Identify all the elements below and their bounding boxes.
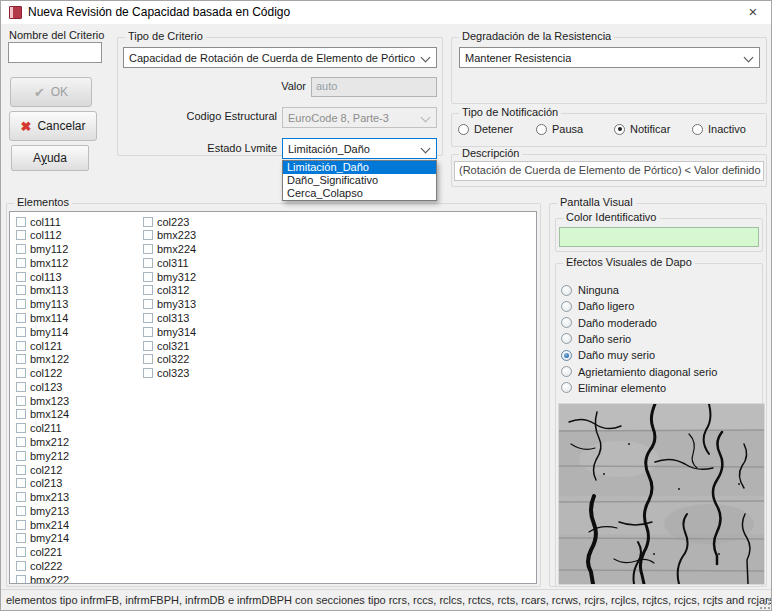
element-row[interactable]: col223 bbox=[143, 215, 189, 228]
checkbox-icon[interactable] bbox=[16, 520, 26, 530]
notificacion-radio[interactable]: Notificar bbox=[614, 123, 670, 135]
estado-option[interactable]: Limitación_Daño bbox=[283, 161, 436, 174]
element-row[interactable]: col221 bbox=[16, 546, 62, 559]
notificacion-radio[interactable]: Detener bbox=[458, 123, 513, 135]
efecto-radio[interactable]: Ninguna bbox=[561, 283, 619, 297]
element-row[interactable]: bmx223 bbox=[143, 229, 196, 242]
element-row[interactable]: bmx122 bbox=[16, 353, 69, 366]
element-row[interactable]: col212 bbox=[16, 463, 62, 476]
resize-grip-icon[interactable] bbox=[768, 607, 770, 609]
estado-limite-select[interactable]: Limitación_Daño bbox=[282, 138, 437, 159]
element-row[interactable]: col321 bbox=[143, 339, 189, 352]
degradacion-select[interactable]: Mantener Resistencia bbox=[459, 47, 760, 68]
element-row[interactable]: bmx224 bbox=[143, 243, 196, 256]
element-row[interactable]: col312 bbox=[143, 284, 189, 297]
efecto-radio[interactable]: Agrietamiento diagonal serio bbox=[561, 365, 717, 379]
checkbox-icon[interactable] bbox=[16, 327, 26, 337]
checkbox-icon[interactable] bbox=[16, 437, 26, 447]
checkbox-icon[interactable] bbox=[16, 409, 26, 419]
efecto-radio[interactable]: Daño ligero bbox=[561, 299, 634, 313]
checkbox-icon[interactable] bbox=[143, 313, 153, 323]
element-row[interactable]: bmx222 bbox=[16, 573, 69, 584]
element-row[interactable]: col213 bbox=[16, 477, 62, 490]
checkbox-icon[interactable] bbox=[16, 506, 26, 516]
element-row[interactable]: bmy113 bbox=[16, 298, 68, 311]
checkbox-icon[interactable] bbox=[16, 299, 26, 309]
checkbox-icon[interactable] bbox=[143, 258, 153, 268]
checkbox-icon[interactable] bbox=[16, 313, 26, 323]
efecto-radio[interactable]: Eliminar elemento bbox=[561, 381, 666, 395]
checkbox-icon[interactable] bbox=[143, 327, 153, 337]
cancel-button[interactable]: ✖ Cancelar bbox=[9, 111, 97, 141]
element-row[interactable]: col112 bbox=[16, 229, 62, 242]
element-row[interactable]: col121 bbox=[16, 339, 62, 352]
element-row[interactable]: bmx114 bbox=[16, 311, 68, 324]
checkbox-icon[interactable] bbox=[143, 354, 153, 364]
element-row[interactable]: bmy213 bbox=[16, 504, 69, 517]
element-row[interactable]: bmx124 bbox=[16, 408, 69, 421]
checkbox-icon[interactable] bbox=[16, 354, 26, 364]
element-row[interactable]: bmy214 bbox=[16, 532, 69, 545]
notificacion-radio[interactable]: Inactivo bbox=[692, 123, 746, 135]
element-row[interactable]: col222 bbox=[16, 560, 62, 573]
tipo-criterio-select[interactable]: Capacidad de Rotación de Cuerda de Eleme… bbox=[123, 47, 437, 68]
checkbox-icon[interactable] bbox=[143, 244, 153, 254]
element-row[interactable]: bmy212 bbox=[16, 449, 69, 462]
estado-option[interactable]: Daño_Significativo bbox=[283, 174, 436, 187]
element-row[interactable]: col313 bbox=[143, 311, 189, 324]
checkbox-icon[interactable] bbox=[16, 478, 26, 488]
checkbox-icon[interactable] bbox=[143, 272, 153, 282]
checkbox-icon[interactable] bbox=[16, 272, 26, 282]
element-row[interactable]: col113 bbox=[16, 270, 62, 283]
element-row[interactable]: bmx123 bbox=[16, 394, 69, 407]
element-row[interactable]: bmy312 bbox=[143, 270, 196, 283]
criterio-name-input[interactable] bbox=[8, 42, 102, 63]
checkbox-icon[interactable] bbox=[143, 368, 153, 378]
element-row[interactable]: bmy314 bbox=[143, 325, 196, 338]
estado-option[interactable]: Cerca_Colapso bbox=[283, 187, 436, 200]
checkbox-icon[interactable] bbox=[143, 217, 153, 227]
checkbox-icon[interactable] bbox=[16, 244, 26, 254]
checkbox-icon[interactable] bbox=[16, 533, 26, 543]
notificacion-radio[interactable]: Pausa bbox=[536, 123, 583, 135]
element-row[interactable]: bmx112 bbox=[16, 256, 68, 269]
checkbox-icon[interactable] bbox=[16, 368, 26, 378]
element-row[interactable]: col311 bbox=[143, 256, 189, 269]
element-row[interactable]: bmx213 bbox=[16, 491, 69, 504]
element-row[interactable]: col211 bbox=[16, 422, 62, 435]
element-row[interactable]: col322 bbox=[143, 353, 189, 366]
ok-button[interactable]: ✔ OK bbox=[10, 77, 92, 107]
checkbox-icon[interactable] bbox=[16, 492, 26, 502]
checkbox-icon[interactable] bbox=[16, 561, 26, 571]
checkbox-icon[interactable] bbox=[16, 382, 26, 392]
element-row[interactable]: col122 bbox=[16, 367, 62, 380]
checkbox-icon[interactable] bbox=[16, 341, 26, 351]
close-button[interactable]: × bbox=[735, 1, 771, 24]
element-row[interactable]: bmx212 bbox=[16, 435, 69, 448]
checkbox-icon[interactable] bbox=[16, 285, 26, 295]
efecto-radio[interactable]: Daño muy serio bbox=[561, 348, 655, 362]
element-row[interactable]: col323 bbox=[143, 367, 189, 380]
element-row[interactable]: bmy112 bbox=[16, 243, 68, 256]
checkbox-icon[interactable] bbox=[16, 547, 26, 557]
checkbox-icon[interactable] bbox=[16, 217, 26, 227]
checkbox-icon[interactable] bbox=[143, 285, 153, 295]
checkbox-icon[interactable] bbox=[143, 230, 153, 240]
color-swatch[interactable] bbox=[559, 227, 759, 247]
checkbox-icon[interactable] bbox=[16, 451, 26, 461]
element-row[interactable]: col111 bbox=[16, 215, 61, 228]
efecto-radio[interactable]: Daño moderado bbox=[561, 316, 657, 330]
element-row[interactable]: bmy313 bbox=[143, 298, 196, 311]
checkbox-icon[interactable] bbox=[16, 465, 26, 475]
element-row[interactable]: bmx214 bbox=[16, 518, 69, 531]
checkbox-icon[interactable] bbox=[16, 230, 26, 240]
element-row[interactable]: col123 bbox=[16, 380, 62, 393]
element-row[interactable]: bmx113 bbox=[16, 284, 68, 297]
checkbox-icon[interactable] bbox=[16, 396, 26, 406]
elementos-listbox[interactable]: col111col112bmy112bmx112col113bmx113bmy1… bbox=[9, 211, 537, 584]
help-button[interactable]: Ayuda bbox=[11, 145, 89, 171]
checkbox-icon[interactable] bbox=[16, 423, 26, 433]
checkbox-icon[interactable] bbox=[143, 341, 153, 351]
checkbox-icon[interactable] bbox=[143, 299, 153, 309]
checkbox-icon[interactable] bbox=[16, 575, 26, 584]
